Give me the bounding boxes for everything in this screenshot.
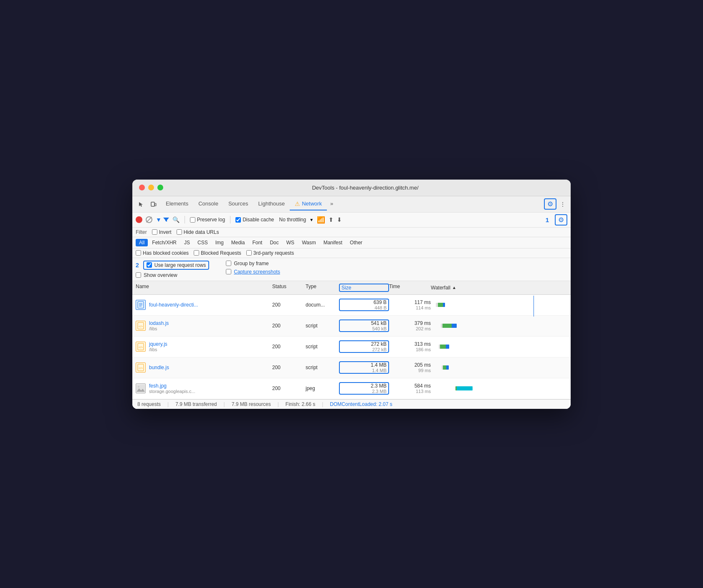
filter-icon[interactable]: ▼	[156, 216, 169, 223]
devtools-body: Elements Console Sources Lighthouse ⚠ Ne…	[132, 196, 571, 409]
gear-icon: ⚙	[547, 200, 553, 208]
header-status[interactable]: Status	[272, 284, 306, 292]
preserve-log-checkbox[interactable]: Preserve log	[190, 217, 225, 223]
header-type[interactable]: Type	[306, 284, 339, 292]
cursor-icon-btn[interactable]	[136, 200, 147, 209]
filter-img[interactable]: Img	[212, 239, 227, 246]
show-overview-checkbox[interactable]: Show overview	[136, 272, 209, 278]
transferred-amount: 7.9 MB transferred	[175, 401, 217, 407]
download-icon[interactable]: ⬇	[337, 216, 342, 223]
network-toolbar: ▼ 🔍 Preserve log Disable cache No thrott…	[132, 213, 571, 228]
settings-col-right: Group by frame Capture screenshots	[226, 261, 280, 275]
upload-icon[interactable]: ⬆	[329, 216, 334, 223]
col-status-1: 200	[272, 323, 306, 329]
filter-manifest[interactable]: Manifest	[320, 239, 346, 246]
col-size-2: 272 kB 272 kB	[339, 340, 389, 353]
badge-1: 1	[543, 215, 551, 224]
table-row[interactable]: </> bundle.js 200 script 1.4 MB 1.4 MB 2…	[132, 357, 571, 378]
tab-sources[interactable]: Sources	[223, 198, 253, 210]
filter-font[interactable]: Font	[249, 239, 266, 246]
col-time-2: 313 ms 186 ms	[389, 341, 431, 352]
col-time-4: 584 ms 113 ms	[389, 383, 431, 394]
svg-text:</>: </>	[139, 325, 143, 328]
tab-console[interactable]: Console	[193, 198, 223, 210]
table-row[interactable]: </> jquery.js /libs 200 script 272 kB 27…	[132, 337, 571, 357]
large-rows-checkbox[interactable]: Use large request rows	[143, 261, 209, 270]
throttle-dropdown-arrow[interactable]: ▼	[309, 218, 314, 222]
col-size-4: 2.3 MB 2.3 MB	[339, 382, 389, 395]
col-status-3: 200	[272, 365, 306, 370]
file-name-0: foul-heavenly-directi...	[149, 302, 198, 308]
waterfall-line-0	[534, 296, 534, 317]
settings-active-button[interactable]: ⚙	[555, 214, 567, 226]
maximize-button[interactable]	[157, 185, 163, 190]
close-button[interactable]	[139, 185, 145, 190]
header-name[interactable]: Name	[136, 284, 272, 292]
table-row[interactable]: fesh.jpg storage.googleapis.c... 200 jpe…	[132, 378, 571, 399]
doc-icon-0	[136, 300, 146, 310]
record-button[interactable]	[136, 216, 142, 223]
col-type-1: script	[306, 323, 339, 329]
disable-cache-checkbox[interactable]: Disable cache	[235, 217, 274, 223]
svg-text:</>: </>	[139, 367, 143, 370]
dom-content-loaded: DOMContentLoaded: 2.07 s	[330, 401, 392, 407]
header-time[interactable]: Time	[389, 284, 431, 292]
third-party-checkbox[interactable]: 3rd-party requests	[246, 250, 294, 256]
status-divider-2: |	[224, 401, 225, 407]
filter-all[interactable]: All	[136, 239, 148, 246]
waterfall-1	[431, 317, 567, 335]
col-type-0: docum...	[306, 302, 339, 308]
filter-doc[interactable]: Doc	[266, 239, 282, 246]
more-button[interactable]: ⋮	[558, 200, 567, 208]
col-status-2: 200	[272, 344, 306, 350]
hide-data-urls-checkbox[interactable]: Hide data URLs	[177, 229, 219, 235]
file-path-2: /libs	[149, 347, 167, 352]
row-name-3: </> bundle.js	[136, 362, 272, 373]
tab-network[interactable]: ⚠ Network	[290, 198, 327, 210]
group-by-frame-checkbox[interactable]: Group by frame	[226, 261, 280, 266]
filter-ws[interactable]: WS	[283, 239, 298, 246]
header-size[interactable]: Size	[339, 284, 389, 292]
table-row[interactable]: </> lodash.js /libs 200 script 541 kB 54…	[132, 316, 571, 337]
search-icon[interactable]: 🔍	[172, 216, 180, 223]
filter-wasm[interactable]: Wasm	[298, 239, 319, 246]
table-row[interactable]: foul-heavenly-directi... 200 docum... 63…	[132, 295, 571, 316]
js-icon-3: </>	[136, 362, 146, 373]
minimize-button[interactable]	[148, 185, 154, 190]
filter-css[interactable]: CSS	[194, 239, 211, 246]
device-icon-btn[interactable]	[148, 200, 159, 209]
tab-elements[interactable]: Elements	[161, 198, 193, 210]
filter-row: Filter Invert Hide data URLs	[132, 228, 571, 237]
settings-button[interactable]: ⚙	[544, 198, 556, 210]
window-title: DevTools - foul-heavenly-direction.glitc…	[167, 185, 564, 191]
header-waterfall[interactable]: Waterfall ▲	[431, 284, 567, 292]
tab-more[interactable]: »	[327, 199, 336, 209]
blocked-requests-checkbox[interactable]: Blocked Requests	[194, 250, 241, 256]
col-status-0: 200	[272, 302, 306, 308]
settings-panel: 2 Use large request rows Show overview G…	[132, 258, 571, 281]
tab-lighthouse[interactable]: Lighthouse	[253, 198, 290, 210]
cursor-icon	[138, 201, 144, 207]
js-icon-1: </>	[136, 321, 146, 331]
col-size-1: 541 kB 540 kB	[339, 319, 389, 332]
wifi-icon[interactable]: 📶	[317, 216, 325, 224]
filter-media[interactable]: Media	[228, 239, 248, 246]
filter-other[interactable]: Other	[346, 239, 366, 246]
invert-checkbox[interactable]: Invert	[152, 229, 172, 235]
clear-button[interactable]	[146, 216, 152, 223]
status-bar: 8 requests | 7.9 MB transferred | 7.9 MB…	[132, 399, 571, 409]
type-filters: All Fetch/XHR JS CSS Img Media Font Doc …	[132, 237, 571, 248]
top-toolbar: Elements Console Sources Lighthouse ⚠ Ne…	[132, 196, 571, 213]
img-icon-4	[136, 383, 146, 393]
settings-col-left: 2 Use large request rows Show overview	[136, 261, 209, 278]
filter-fetch-xhr[interactable]: Fetch/XHR	[149, 239, 180, 246]
filter-js[interactable]: JS	[181, 239, 193, 246]
waterfall-0	[431, 296, 567, 314]
col-status-4: 200	[272, 385, 306, 391]
col-time-3: 205 ms 99 ms	[389, 362, 431, 373]
filter-checkboxes: Invert Hide data URLs	[152, 229, 219, 235]
tab-bar: Elements Console Sources Lighthouse ⚠ Ne…	[161, 198, 542, 210]
capture-screenshots-checkbox[interactable]: Capture screenshots	[226, 269, 280, 275]
has-blocked-cookies-checkbox[interactable]: Has blocked cookies	[136, 250, 189, 256]
funnel-icon	[163, 218, 169, 222]
